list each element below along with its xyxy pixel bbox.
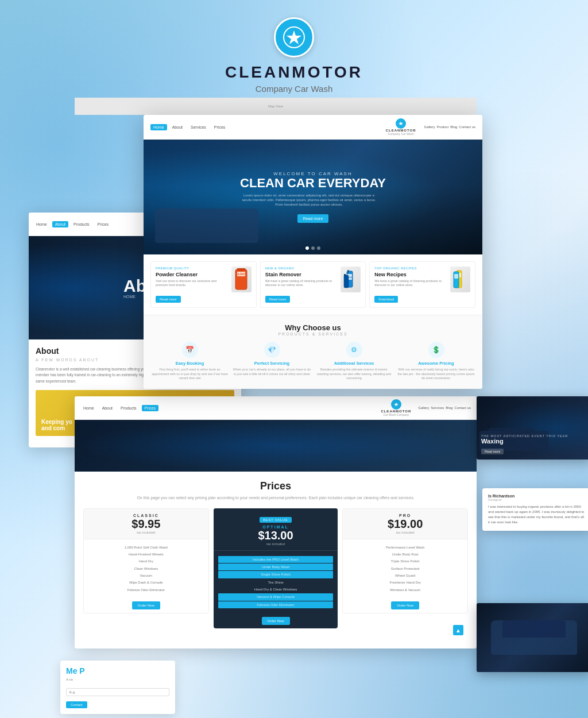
why-title-servicing: Perfect Servicing [233,361,311,366]
why-section-sub: PRODUCTS & SERVICES [150,332,475,336]
brand-tagline: Company Car Wash [0,84,588,94]
pricing-tax-classic: tax included [88,531,204,534]
hero-text: WELCOME TO CAR WASH CLEAN CAR EVERYDAY L… [240,171,386,222]
hero-dot-1[interactable] [305,246,309,250]
product-btn-stain[interactable]: Read more [265,296,291,303]
prices-nav-products[interactable]: Products [118,405,140,411]
prices-logo-circle [391,399,401,410]
prices-content: Prices On this page you can select any p… [75,472,477,648]
testimonial-card: Is Richardson Designer I was interested … [482,488,588,531]
product-card-inner: AJAX Premium Quality Powder Cleanser Vis… [156,267,252,292]
home-nav-prices[interactable]: Prices [211,124,228,130]
pricing-features-classic: 1,000-Point Soft Cloth Wash Hand-Finishe… [84,539,208,599]
home-nav-services[interactable]: Services [188,124,209,130]
hero-banner: WELCOME TO CAR WASH CLEAN CAR EVERYDAY L… [144,140,482,254]
home-nav-product[interactable]: Product [437,125,449,129]
about-nav-about[interactable]: About [52,221,68,227]
pricing-card-classic: CLASSIC $9.95 tax included 1,000-Point S… [83,508,209,614]
pricing-plan-optimal: OPTIMAL [218,525,334,529]
about-hero-title: Ab [123,277,146,295]
product-card-recipes: Top Organic Recipes New Recipes We have … [369,261,475,308]
waxing-card: THE MOST ANTICIPATED EVENT THIS YEAR Wax… [477,396,588,460]
home-logo-circle [396,118,406,129]
feature-pro-6: Freshener Hand Dry [347,579,463,586]
prices-nav-prices[interactable]: Prices [142,405,158,411]
prices-hero: Prices HOME / PRICES [75,420,477,472]
pricing-card-optimal: BEST VALUE OPTIMAL $13.00 tax included I… [214,508,338,629]
prices-nav-services[interactable]: Services [431,406,444,410]
mini-card-email-input[interactable] [66,688,169,696]
home-nav-contact[interactable]: Contact us [459,125,475,129]
hero-subtitle: Lorem ipsum dolor sit, amet consectetur … [240,193,378,207]
pricing-tax-optimal: tax included [218,542,334,546]
prices-nav-about[interactable]: About [99,405,115,411]
feature-optimal-7: Febreze Odor Eliminator [218,601,334,608]
feature-classic-5: Vacuum [88,572,204,579]
prices-nav-logo: CLEANMOTOR Car Wash Company [381,399,411,416]
about-nav-products[interactable]: Products [71,221,92,227]
page-prices: Home About Products Prices CLEANMOTOR Ca… [75,396,477,648]
svg-marker-1 [287,30,301,44]
home-nav-about[interactable]: About [169,124,185,130]
product-card-stain: XtrA New & Organic Stain Remover We have… [260,261,366,308]
order-btn-classic[interactable]: Order Now [132,601,160,609]
svg-rect-13 [344,274,346,276]
pricing-plan-pro: PRO [347,514,463,518]
feature-classic-3: Hand Dry [88,558,204,565]
scroll-to-top-button[interactable]: ▲ [453,625,463,635]
waxing-read-more-button[interactable]: Read more [481,449,504,454]
waxing-card-image: THE MOST ANTICIPATED EVENT THIS YEAR Wax… [477,396,588,460]
pricing-plan-classic: CLASSIC [88,514,204,518]
feature-classic-7: Febreze Odor Eliminator [88,586,204,593]
about-breadcrumb: HOME [123,295,146,299]
feature-optimal-1: Includes the PRO Level Wash [218,556,334,563]
feature-optimal-2: Under Body Wash [218,563,334,570]
feature-pro-3: Triple Shine Polish [347,558,463,565]
hero-title: CLEAN CAR EVERYDAY [240,176,386,190]
prices-nav-blog[interactable]: Blog [446,406,452,410]
perfect-servicing-icon: 💎 [264,342,280,358]
hero-read-more-button[interactable]: Read more [297,214,329,223]
svg-rect-12 [344,275,349,288]
pricing-cards: CLASSIC $9.95 tax included 1,000-Point S… [83,508,468,629]
mini-card-text: A ne [66,677,169,682]
feature-pro-7: Windows & Vacuum [347,586,463,593]
pricing-price-optimal: $13.00 [218,529,334,542]
feature-classic-4: Clean Windows [88,565,204,572]
brand-name: CLEANMOTOR [0,63,588,82]
home-nav-home[interactable]: Home [150,124,167,130]
prices-nav-gallery[interactable]: Gallery [418,406,429,410]
feature-pro-5: Wheel Guard [347,572,463,579]
home-nav: Home About Services Prices CLEANMOTOR Co… [144,115,482,140]
mini-card-contact-button[interactable]: Contact [66,701,87,708]
feature-classic-1: 1,000-Point Soft Cloth Wash [88,544,204,551]
about-nav-prices[interactable]: Prices [95,221,111,227]
pricing-tax-pro: tax included [347,531,463,534]
product-img-stain: XtrA [341,267,361,292]
about-nav-home[interactable]: Home [33,221,50,227]
waxing-title: Waxing [481,438,568,445]
product-img-powder: AJAX [231,267,252,292]
product-btn-powder[interactable]: Read more [156,296,181,303]
product-card-powder: AJAX Premium Quality Powder Cleanser Vis… [150,261,257,308]
home-nav-logo: CLEANMOTOR Company Car Wash [386,118,416,136]
order-btn-optimal[interactable]: Order Now [262,617,290,625]
order-btn-pro[interactable]: Order Now [391,601,419,609]
home-nav-blog[interactable]: Blog [450,125,457,129]
hero-dots [305,246,320,250]
why-desc-servicing: When your car's already at our place, al… [233,368,311,376]
why-desc-booking: First thing first, you'll need to either… [150,368,229,381]
feature-optimal-5: Hand Dry & Clean Windows [218,586,334,593]
feature-optimal-6: Vacuum & Wipe Console [218,593,334,600]
why-title-additional: Additional Services [315,361,393,366]
hero-dot-3[interactable] [317,246,320,250]
svg-rect-9 [347,270,349,273]
prices-nav-contact[interactable]: Contact us [454,406,471,410]
home-nav-gallery[interactable]: Gallery [424,125,435,129]
testimonial-text: I was interested in buying organic produ… [488,504,586,525]
product-btn-recipes[interactable]: Download [374,296,398,303]
pricing-features-optimal: Includes the PRO Level Wash Under Body W… [214,550,338,614]
prices-nav-home[interactable]: Home [80,405,97,411]
hero-dot-2[interactable] [311,246,315,250]
prices-nav: Home About Products Prices CLEANMOTOR Ca… [75,396,477,420]
